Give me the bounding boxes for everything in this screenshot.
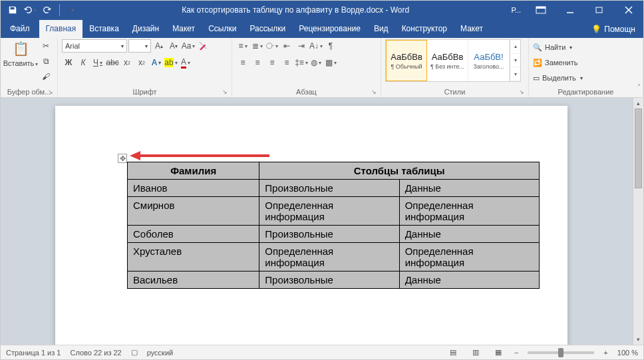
zoom-out-button[interactable]: − [514, 349, 518, 357]
tab-table-layout[interactable]: Макет [454, 20, 490, 38]
print-layout-icon[interactable]: ▥ [469, 347, 482, 359]
language-indicator[interactable]: русский [147, 349, 173, 357]
group-paragraph: ≡ ≣ ⧂ ⇤ ⇥ A↓ ¶ ≡ ≡ ≡ ≡ ‡≡ ◍ ▦ Абзац↘ [232, 38, 381, 97]
zoom-slider[interactable] [528, 351, 594, 354]
styles-gallery[interactable]: АаБбВв¶ Обычный АаБбВв¶ Без инте... АаБб… [385, 39, 521, 82]
text-effects-icon[interactable]: A [150, 56, 163, 69]
underline-icon[interactable]: Ч [91, 56, 104, 69]
table-row[interactable]: ХрусталевОпределенная информацияОпределе… [128, 243, 540, 271]
justify-icon[interactable]: ≡ [280, 56, 293, 69]
account-name[interactable]: Р... [512, 6, 521, 14]
save-icon[interactable] [5, 2, 21, 18]
superscript-icon[interactable]: x2 [135, 56, 148, 69]
copy-icon[interactable]: ⧉ [39, 55, 53, 68]
tab-mailings[interactable]: Рассылки [243, 20, 292, 38]
zoom-level[interactable]: 100 % [617, 349, 638, 357]
status-bar: Страница 1 из 1 Слово 22 из 22 ▢ русский… [1, 345, 643, 359]
scroll-thumb[interactable] [635, 108, 642, 188]
clear-format-icon[interactable] [196, 39, 210, 53]
line-spacing-icon[interactable]: ‡≡ [295, 56, 308, 69]
tab-insert[interactable]: Вставка [82, 20, 126, 38]
font-size-combo[interactable]: ▾ [128, 39, 151, 53]
ribbon-options-icon[interactable] [526, 1, 556, 19]
table-header[interactable]: Фамилия [128, 162, 259, 180]
format-painter-icon[interactable]: 🖌 [39, 70, 53, 83]
qat-customize-icon[interactable] [64, 2, 80, 18]
tab-file[interactable]: Файл [1, 20, 39, 38]
change-case-icon[interactable]: Aa [182, 39, 195, 53]
paragraph-launcher-icon[interactable]: ↘ [370, 89, 378, 96]
table-row[interactable]: Фамилия Столбцы таблицы [128, 162, 540, 180]
svg-rect-1 [536, 7, 546, 9]
word-count[interactable]: Слово 22 из 22 [70, 349, 121, 357]
shading-icon[interactable]: ◍ [309, 56, 323, 69]
find-button[interactable]: 🔍Найти▾ [533, 41, 572, 54]
proofing-icon[interactable]: ▢ [131, 348, 138, 357]
document-table[interactable]: Фамилия Столбцы таблицы ИвановПроизвольн… [127, 162, 540, 289]
table-header[interactable]: Столбцы таблицы [259, 162, 540, 180]
multilevel-icon[interactable]: ⧂ [265, 39, 279, 53]
select-button[interactable]: ▭Выделить▾ [533, 71, 583, 85]
tab-view[interactable]: Вид [367, 20, 395, 38]
tab-review[interactable]: Рецензирование [292, 20, 367, 38]
cut-icon[interactable]: ✂ [39, 39, 53, 53]
highlight-icon[interactable]: ab [164, 56, 178, 69]
scroll-up-icon[interactable]: ▴ [633, 98, 643, 108]
style-heading1[interactable]: АаБбВ!Заголово... [468, 40, 510, 81]
borders-icon[interactable]: ▦ [324, 56, 337, 69]
maximize-button[interactable] [585, 1, 614, 19]
table-row[interactable]: СоболевПроизвольныеДанные [128, 226, 540, 243]
styles-scroll[interactable]: ▴▾▾ [510, 40, 520, 81]
quick-access-toolbar [1, 2, 80, 18]
styles-launcher-icon[interactable]: ↘ [518, 89, 526, 96]
replace-icon: 🔁 [533, 59, 542, 67]
align-right-icon[interactable]: ≡ [265, 56, 279, 69]
collapse-ribbon-icon[interactable]: ˄ [637, 83, 641, 90]
tab-home[interactable]: Главная [39, 20, 83, 38]
subscript-icon[interactable]: x2 [120, 56, 134, 69]
table-row[interactable]: СмирновОпределенная информацияОпределенн… [128, 197, 540, 226]
font-name-combo[interactable]: Arial▾ [62, 39, 127, 53]
undo-icon[interactable] [22, 2, 38, 18]
show-marks-icon[interactable]: ¶ [324, 39, 337, 53]
tab-references[interactable]: Ссылки [202, 20, 243, 38]
decrease-indent-icon[interactable]: ⇤ [280, 39, 293, 53]
style-normal[interactable]: АаБбВв¶ Обычный [386, 40, 427, 81]
web-layout-icon[interactable]: ▦ [492, 347, 505, 359]
grow-font-icon[interactable]: A▴ [152, 39, 166, 53]
vertical-scrollbar[interactable]: ▴ ▾ [633, 98, 643, 345]
tab-layout[interactable]: Макет [166, 20, 202, 38]
redo-icon[interactable] [39, 2, 55, 18]
find-icon: 🔍 [533, 43, 542, 52]
table-move-handle-icon[interactable]: ✥ [118, 154, 127, 163]
shrink-font-icon[interactable]: A▾ [167, 39, 180, 53]
table-row[interactable]: ВасильевПроизвольныеДанные [128, 271, 540, 289]
tab-design[interactable]: Дизайн [126, 20, 166, 38]
close-button[interactable] [614, 1, 643, 19]
align-left-icon[interactable]: ≡ [236, 56, 249, 69]
replace-button[interactable]: 🔁Заменить [533, 56, 577, 69]
style-no-spacing[interactable]: АаБбВв¶ Без инте... [427, 40, 468, 81]
bold-icon[interactable]: Ж [62, 56, 75, 69]
font-launcher-icon[interactable]: ↘ [221, 89, 229, 96]
table-row[interactable]: ИвановПроизвольныеДанные [128, 180, 540, 197]
italic-icon[interactable]: К [77, 56, 90, 69]
group-editing: 🔍Найти▾ 🔁Заменить ▭Выделить▾ Редактирова… [529, 38, 643, 97]
strike-icon[interactable]: abc [106, 56, 119, 69]
font-color-icon[interactable]: A [179, 56, 192, 69]
page[interactable]: ✥ Фамилия Столбцы таблицы ИвановПроизвол… [55, 106, 567, 345]
increase-indent-icon[interactable]: ⇥ [295, 39, 308, 53]
tell-me[interactable]: 💡Помощн [583, 21, 643, 38]
bullets-icon[interactable]: ≡ [236, 39, 249, 53]
clipboard-launcher-icon[interactable]: ↘ [47, 89, 55, 96]
align-center-icon[interactable]: ≡ [251, 56, 264, 69]
minimize-button[interactable] [556, 1, 585, 19]
sort-icon[interactable]: A↓ [309, 39, 323, 53]
numbering-icon[interactable]: ≣ [251, 39, 264, 53]
tab-table-design[interactable]: Конструктор [395, 20, 454, 38]
zoom-in-button[interactable]: + [603, 349, 607, 357]
paste-button[interactable]: 📋 Вставить [5, 39, 37, 67]
scroll-down-icon[interactable]: ▾ [633, 334, 643, 345]
page-indicator[interactable]: Страница 1 из 1 [6, 349, 61, 357]
read-mode-icon[interactable]: ▤ [446, 347, 460, 359]
